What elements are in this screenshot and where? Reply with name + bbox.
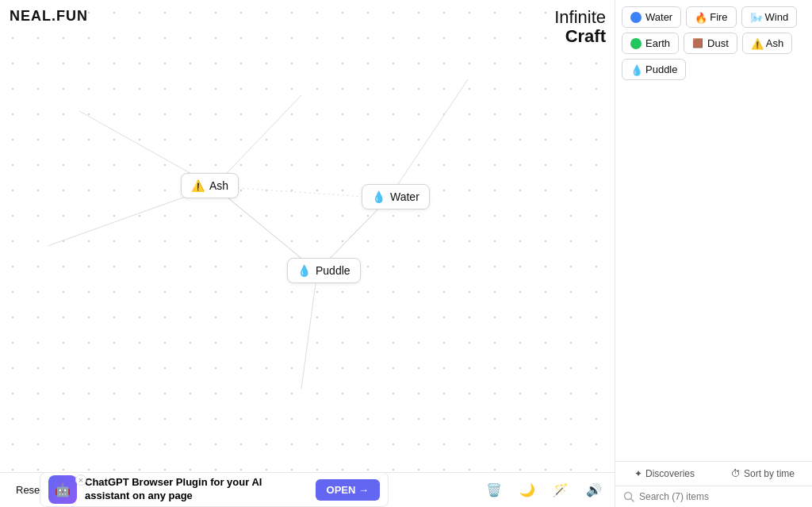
sidebar-item-wind[interactable]: 🌬️Wind	[741, 6, 798, 28]
dust-icon: 🟫	[692, 38, 703, 49]
sidebar-item-earth[interactable]: Earth	[622, 33, 679, 54]
search-icon	[623, 491, 634, 502]
craft-node-ash[interactable]: ⚠️ Ash	[181, 173, 239, 198]
puddle-icon: 💧	[630, 64, 642, 75]
sidebar-item-label-water: Water	[645, 11, 672, 23]
ad-text: ChatGPT Browser Plugin for your AI assis…	[85, 476, 308, 503]
connection-lines	[0, 0, 615, 507]
sidebar-tabs: ✦ Discoveries ⏱ Sort by time	[615, 462, 812, 486]
logo: NEAL.FUN	[10, 8, 88, 25]
sidebar-item-water[interactable]: Water	[622, 6, 681, 28]
speaker-button[interactable]: 🔊	[583, 479, 605, 501]
ad-icon: 🤖	[48, 475, 77, 504]
puddle-node-emoji: 💧	[297, 264, 311, 277]
svg-line-5	[389, 79, 468, 198]
sidebar-item-label-puddle: Puddle	[645, 63, 677, 75]
search-input[interactable]	[639, 491, 804, 502]
ad-banner: × 🤖 ChatGPT Browser Plugin for your AI a…	[40, 472, 389, 507]
sidebar-item-fire[interactable]: 🔥Fire	[686, 6, 736, 28]
sidebar-item-label-dust: Dust	[707, 37, 729, 49]
craft-canvas[interactable]: ⚠️ Ash 💧 Water 💧 Puddle	[0, 0, 615, 507]
moon-button[interactable]: 🌙	[516, 479, 538, 501]
sidebar-item-dust[interactable]: 🟫Dust	[684, 33, 737, 54]
tab-sort-by-time[interactable]: ⏱ Sort by time	[714, 462, 812, 486]
fire-icon: 🔥	[695, 12, 706, 23]
ad-close-button[interactable]: ×	[75, 474, 86, 486]
ash-icon: ⚠️	[751, 38, 762, 49]
ash-node-label: Ash	[209, 179, 228, 192]
sort-label: Sort by time	[744, 468, 795, 479]
water-node-label: Water	[390, 190, 419, 203]
trash-button[interactable]: 🗑️	[483, 479, 505, 501]
discoveries-icon: ✦	[634, 468, 642, 479]
water-node-emoji: 💧	[372, 190, 385, 203]
sidebar-item-label-fire: Fire	[710, 11, 727, 23]
sidebar-bottom: ✦ Discoveries ⏱ Sort by time	[615, 461, 812, 507]
sidebar-item-label-ash: Ash	[766, 37, 783, 49]
sidebar-item-puddle[interactable]: 💧Puddle	[622, 59, 686, 80]
craft-node-water[interactable]: 💧 Water	[362, 184, 430, 209]
sidebar-item-ash[interactable]: ⚠️Ash	[742, 33, 792, 54]
sidebar-item-label-wind: Wind	[765, 11, 789, 23]
wind-icon: 🌬️	[750, 12, 761, 23]
sort-icon: ⏱	[731, 468, 741, 479]
earth-icon	[630, 38, 642, 49]
ad-open-button[interactable]: OPEN →	[316, 479, 380, 501]
craft-node-puddle[interactable]: 💧 Puddle	[287, 258, 361, 283]
sidebar-item-label-earth: Earth	[645, 37, 670, 49]
puddle-node-label: Puddle	[316, 264, 350, 277]
water-icon	[630, 12, 642, 23]
discoveries-label: Discoveries	[645, 468, 695, 479]
ash-node-emoji: ⚠️	[191, 179, 205, 192]
svg-line-6	[301, 271, 317, 389]
wand-button[interactable]: 🪄	[550, 479, 572, 501]
svg-line-9	[631, 499, 634, 502]
tab-discoveries[interactable]: ✦ Discoveries	[615, 462, 714, 486]
sidebar: Water🔥Fire🌬️WindEarth🟫Dust⚠️Ash💧Puddle ✦…	[615, 0, 812, 507]
search-bar	[615, 486, 812, 507]
sidebar-items-grid: Water🔥Fire🌬️WindEarth🟫Dust⚠️Ash💧Puddle	[615, 0, 812, 461]
app-title: Infinite Craft	[554, 8, 606, 46]
footer-right: 🗑️ 🌙 🪄 🔊	[483, 479, 605, 501]
